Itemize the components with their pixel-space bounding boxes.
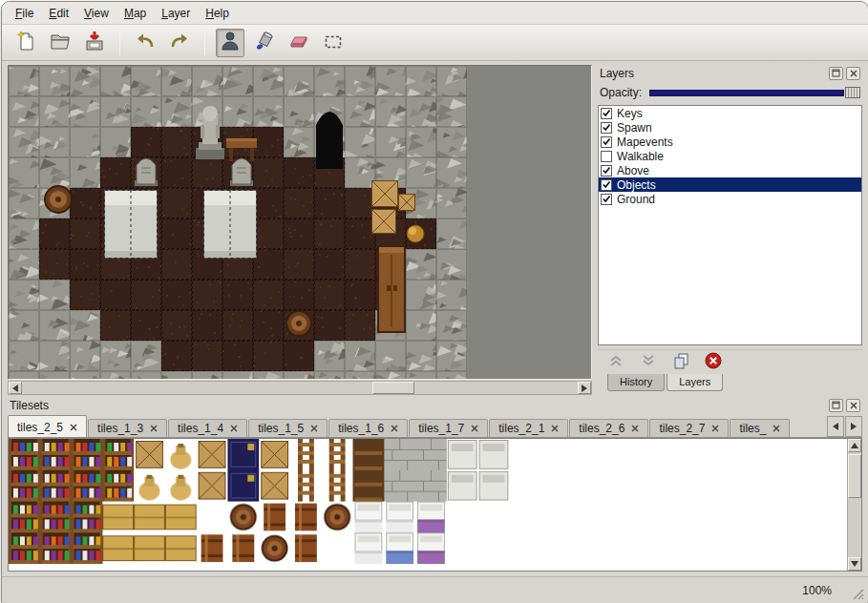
- layer-visibility-checkbox[interactable]: [601, 122, 612, 134]
- layer-row-spawn[interactable]: Spawn: [599, 120, 861, 135]
- scroll-left-button[interactable]: [9, 382, 22, 394]
- tab-close-icon[interactable]: [70, 424, 77, 431]
- layer-row-objects[interactable]: Objects: [599, 177, 861, 192]
- tileset-tab-tiles_2_5[interactable]: tiles_2_5: [8, 415, 87, 437]
- layer-visibility-checkbox[interactable]: [601, 194, 612, 205]
- new-map-button[interactable]: [11, 29, 40, 57]
- duplicate-layer-button[interactable]: [670, 352, 691, 373]
- scroll-track[interactable]: [22, 382, 578, 394]
- layer-row-walkable[interactable]: Walkable: [599, 149, 861, 163]
- menu-help[interactable]: Help: [198, 4, 237, 23]
- tileset-tab-tiles_2_6[interactable]: tiles_2_6: [569, 419, 648, 437]
- tileset-tab-tiles_1_6[interactable]: tiles_1_6: [328, 419, 408, 437]
- delete-layer-button[interactable]: [703, 352, 724, 373]
- tabs-scroll-right-button[interactable]: [845, 416, 862, 437]
- tabs-scroll-left-button[interactable]: [827, 416, 844, 437]
- tileset-tab-tiles_1_3[interactable]: tiles_1_3: [88, 419, 167, 437]
- layer-list[interactable]: KeysSpawnMapeventsWalkableAboveObjectsGr…: [598, 105, 862, 345]
- dock-tab-history[interactable]: History: [607, 374, 665, 391]
- map-viewport[interactable]: [8, 65, 592, 380]
- tileset-tab-label: tiles_2_6: [579, 422, 625, 435]
- tileset-tab-tiles_2_7[interactable]: tiles_2_7: [649, 419, 729, 437]
- menu-edit[interactable]: Edit: [41, 4, 76, 23]
- tileset-tab-label: tiles_2_7: [659, 422, 705, 435]
- select-tool-button[interactable]: [319, 29, 348, 57]
- tileset-vertical-scrollbar[interactable]: [847, 439, 861, 571]
- status-bar: 100%: [2, 576, 868, 603]
- layer-label: Keys: [617, 107, 643, 120]
- down-arrow-icon: [851, 561, 858, 567]
- tab-close-icon[interactable]: [631, 425, 639, 432]
- redo-icon: [168, 30, 191, 55]
- save-button[interactable]: [80, 29, 109, 57]
- lower-layer-button[interactable]: [638, 352, 659, 373]
- delete-icon: [704, 351, 723, 373]
- layer-row-above[interactable]: Above: [599, 163, 861, 177]
- scroll-thumb[interactable]: [372, 382, 414, 394]
- tilesets-dock-title: Tilesets: [10, 399, 49, 412]
- raise-layer-button[interactable]: [605, 352, 626, 373]
- open-folder-icon: [49, 30, 72, 55]
- tab-close-icon[interactable]: [391, 425, 398, 432]
- tileset-tab-tiles_[interactable]: tiles_: [730, 419, 790, 437]
- layer-row-ground[interactable]: Ground: [599, 192, 861, 206]
- redo-button[interactable]: [165, 29, 194, 57]
- layer-label: Ground: [617, 193, 655, 206]
- dock-close-button[interactable]: [846, 399, 860, 412]
- tab-close-icon[interactable]: [711, 425, 719, 432]
- menu-view[interactable]: View: [76, 4, 116, 23]
- tileset-tab-tiles_1_4[interactable]: tiles_1_4: [168, 419, 247, 437]
- dock-float-button[interactable]: [829, 399, 843, 412]
- map-horizontal-scrollbar[interactable]: [8, 381, 592, 395]
- layer-visibility-checkbox[interactable]: [601, 136, 612, 148]
- opacity-slider[interactable]: [649, 86, 860, 99]
- layer-row-keys[interactable]: Keys: [599, 106, 861, 120]
- scroll-right-button[interactable]: [578, 382, 591, 394]
- dock-tab-layers[interactable]: Layers: [667, 374, 723, 391]
- tilesets-dock-titlebar: Tilesets: [8, 397, 862, 414]
- layer-visibility-checkbox[interactable]: [601, 151, 612, 162]
- opacity-row: Opacity:: [598, 82, 862, 103]
- float-icon: [832, 67, 840, 80]
- dock-float-button[interactable]: [829, 67, 843, 80]
- undo-button[interactable]: [131, 29, 159, 57]
- tab-close-icon[interactable]: [310, 425, 318, 432]
- open-button[interactable]: [46, 29, 74, 57]
- layers-dock: Layers Opacity: KeysSpawnMapeventsWalkab…: [598, 65, 862, 395]
- tileset-canvas[interactable]: [9, 439, 832, 571]
- opacity-label: Opacity:: [600, 86, 642, 99]
- menu-map[interactable]: Map: [116, 4, 154, 23]
- tab-close-icon[interactable]: [150, 425, 158, 432]
- resize-grip[interactable]: [851, 587, 864, 603]
- layer-visibility-checkbox[interactable]: [601, 165, 612, 177]
- tileset-tab-tiles_1_7[interactable]: tiles_1_7: [409, 419, 488, 437]
- stamp-tool-button[interactable]: [216, 29, 244, 57]
- fill-tool-button[interactable]: [250, 29, 279, 57]
- scroll-up-button[interactable]: [848, 439, 861, 452]
- layer-visibility-checkbox[interactable]: [601, 108, 612, 119]
- layer-actions: [598, 349, 862, 374]
- eraser-tool-button[interactable]: [285, 29, 313, 57]
- tileset-tab-tiles_2_1[interactable]: tiles_2_1: [489, 419, 568, 437]
- tab-close-icon[interactable]: [773, 425, 780, 432]
- scroll-track[interactable]: [848, 452, 861, 557]
- dock-close-button[interactable]: [846, 67, 860, 80]
- eraser-icon: [287, 30, 310, 55]
- tileset-tab-tiles_1_5[interactable]: tiles_1_5: [248, 419, 328, 437]
- scroll-down-button[interactable]: [848, 557, 861, 571]
- menu-layer[interactable]: Layer: [154, 4, 198, 23]
- tileset-view: [8, 438, 862, 572]
- layer-visibility-checkbox[interactable]: [601, 179, 612, 191]
- layer-label: Spawn: [617, 121, 652, 135]
- left-arrow-icon: [12, 385, 18, 392]
- layer-row-mapevents[interactable]: Mapevents: [599, 135, 861, 149]
- tab-close-icon[interactable]: [551, 425, 559, 432]
- close-icon: [850, 399, 857, 412]
- stamp-person-icon: [219, 30, 242, 55]
- scroll-thumb[interactable]: [848, 454, 861, 498]
- tab-close-icon[interactable]: [230, 425, 238, 432]
- menu-file[interactable]: File: [8, 4, 41, 23]
- tab-close-icon[interactable]: [471, 425, 478, 432]
- opacity-slider-handle[interactable]: [845, 87, 860, 98]
- map-canvas[interactable]: [9, 66, 467, 380]
